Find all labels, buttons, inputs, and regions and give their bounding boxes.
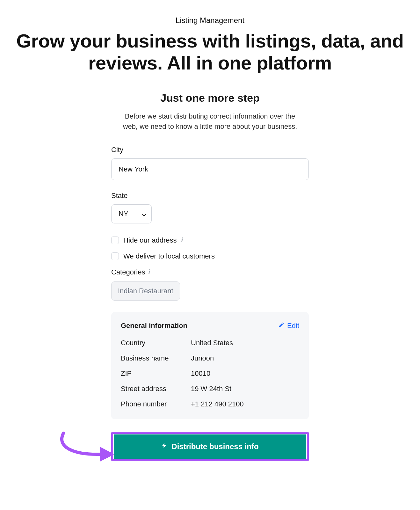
arrow-annotation — [54, 429, 116, 464]
zip-value: 10010 — [191, 369, 210, 378]
business-key: Business name — [121, 354, 191, 362]
bolt-icon — [161, 441, 167, 452]
street-value: 19 W 24th St — [191, 385, 231, 393]
phone-key: Phone number — [121, 400, 191, 408]
general-info-card: General information Edit Country United … — [111, 312, 309, 419]
categories-label-row: Categories i — [111, 268, 309, 276]
state-label: State — [111, 192, 309, 200]
business-value: Junoon — [191, 354, 214, 362]
category-tag[interactable]: Indian Restaurant — [111, 281, 180, 301]
info-row-country: Country United States — [121, 339, 299, 347]
deliver-checkbox[interactable] — [111, 252, 119, 260]
distribute-label: Distribute business info — [171, 442, 258, 451]
deliver-row: We deliver to local customers — [111, 252, 309, 260]
edit-button[interactable]: Edit — [278, 322, 299, 330]
step-description: Before we start distributing correct inf… — [119, 111, 301, 132]
pencil-icon — [278, 322, 285, 330]
city-label: City — [111, 146, 309, 154]
info-icon[interactable]: i — [181, 237, 183, 244]
card-title: General information — [121, 322, 187, 330]
chevron-down-icon — [141, 212, 146, 216]
info-row-business: Business name Junoon — [121, 354, 299, 362]
info-row-street: Street address 19 W 24th St — [121, 385, 299, 393]
hide-address-checkbox[interactable] — [111, 237, 119, 244]
hide-address-label: Hide our address — [123, 236, 177, 244]
phone-value: +1 212 490 2100 — [191, 400, 244, 408]
info-row-zip: ZIP 10010 — [121, 369, 299, 378]
state-value: NY — [119, 210, 128, 218]
info-row-phone: Phone number +1 212 490 2100 — [121, 400, 299, 408]
country-key: Country — [121, 339, 191, 347]
zip-key: ZIP — [121, 369, 191, 378]
deliver-label: We deliver to local customers — [123, 252, 215, 260]
street-key: Street address — [121, 385, 191, 393]
city-input[interactable] — [111, 158, 309, 180]
info-icon[interactable]: i — [148, 268, 150, 276]
state-select[interactable]: NY — [111, 204, 152, 223]
cta-highlight: Distribute business info — [111, 432, 309, 461]
step-heading: Just one more step — [111, 92, 309, 104]
country-value: United States — [191, 339, 233, 347]
edit-label: Edit — [287, 322, 299, 330]
page-title: Grow your business with listings, data, … — [13, 30, 407, 74]
distribute-button[interactable]: Distribute business info — [114, 434, 306, 459]
categories-label: Categories — [111, 268, 145, 276]
hide-address-row: Hide our address i — [111, 236, 309, 244]
breadcrumb: Listing Management — [13, 16, 407, 25]
